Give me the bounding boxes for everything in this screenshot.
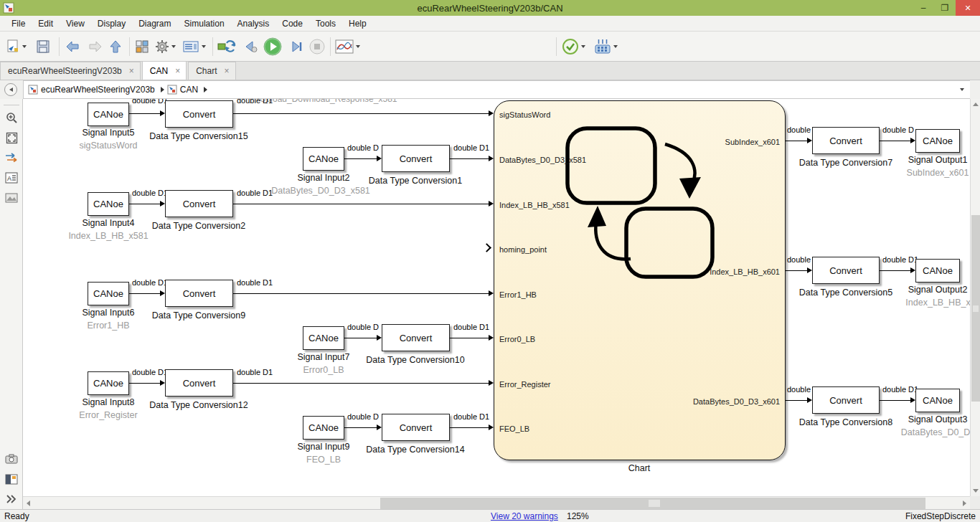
block-name[interactable]: Signal Input9 <box>298 442 350 452</box>
chart-output-port[interactable]: DataBytes_D0_D3_x601 <box>693 397 780 406</box>
zoom-tool-button[interactable] <box>4 110 19 125</box>
warnings-link[interactable]: View 20 warnings <box>491 511 558 521</box>
chart-input-port[interactable]: FEO_LB <box>499 424 529 433</box>
update-diagram-button[interactable] <box>217 37 236 57</box>
run-button[interactable] <box>263 37 283 57</box>
minimize-button[interactable]: – <box>913 0 934 16</box>
model-settings-button[interactable] <box>155 37 176 57</box>
menu-tools[interactable]: Tools <box>310 17 341 30</box>
back-button[interactable] <box>65 37 80 57</box>
block-name[interactable]: Signal Output3 <box>908 414 968 424</box>
model-explorer-caret-icon[interactable] <box>202 45 206 48</box>
wire[interactable] <box>450 338 489 338</box>
wire[interactable] <box>233 383 489 384</box>
block-name[interactable]: Data Type Conversion15 <box>149 131 248 141</box>
menu-display[interactable]: Display <box>92 17 131 30</box>
wire[interactable] <box>344 427 377 428</box>
scroll-down-icon[interactable] <box>973 489 979 493</box>
block-data-type-conversion2[interactable]: Convert <box>165 190 233 217</box>
signal-name[interactable]: Index_LB_HB_x6 <box>905 298 970 308</box>
block-data-type-conversion7[interactable]: Convert <box>812 127 880 154</box>
wire[interactable] <box>880 141 911 141</box>
block-data-type-conversion8[interactable]: Convert <box>812 386 880 414</box>
block-data-type-conversion1[interactable]: Convert <box>382 145 450 172</box>
fit-to-view-button[interactable] <box>4 130 19 145</box>
menu-analysis[interactable]: Analysis <box>232 17 275 30</box>
model-explorer-button[interactable] <box>182 37 206 57</box>
chart-input-port[interactable]: homing_point <box>499 245 547 254</box>
signal-name[interactable]: Index_LB_HB_x581 <box>68 231 148 241</box>
signal-name[interactable]: Error0_LB <box>303 365 344 375</box>
menu-help[interactable]: Help <box>343 17 372 30</box>
wire[interactable] <box>344 338 377 338</box>
block-data-type-conversion14[interactable]: Convert <box>382 414 450 441</box>
library-browser-button[interactable] <box>135 37 149 57</box>
tab-close-icon[interactable]: × <box>129 66 134 76</box>
scroll-right-icon[interactable] <box>963 500 966 506</box>
block-name[interactable]: Data Type Conversion12 <box>149 400 248 410</box>
wire[interactable] <box>129 293 161 294</box>
chart-output-port[interactable]: SubIndex_x601 <box>725 138 780 146</box>
block-signal-input2[interactable]: CANoe <box>303 147 344 171</box>
block-signal-input5[interactable]: CANoe <box>88 103 129 126</box>
chart-input-port[interactable]: Error_Register <box>499 380 551 389</box>
block-signal-input9[interactable]: CANoe <box>303 416 344 440</box>
stop-button[interactable] <box>308 37 326 57</box>
step-back-button[interactable] <box>242 37 258 57</box>
tab-chart[interactable]: Chart × <box>188 62 235 80</box>
menu-diagram[interactable]: Diagram <box>133 17 176 30</box>
viewmark-button[interactable] <box>4 191 19 205</box>
menu-edit[interactable]: Edit <box>32 17 59 30</box>
annotation-button[interactable]: A <box>4 171 19 185</box>
breadcrumb-model[interactable]: ecuRearWheelSteeringV203b <box>41 85 155 95</box>
block-signal-input6[interactable]: CANoe <box>88 282 129 305</box>
wire[interactable] <box>129 383 161 384</box>
block-data-type-conversion12[interactable]: Convert <box>165 369 233 397</box>
block-name[interactable]: Signal Input5 <box>83 128 135 138</box>
bus-name[interactable]: Upload_Download_Response_x581 <box>260 99 397 104</box>
wire[interactable] <box>129 204 161 204</box>
new-model-caret-icon[interactable] <box>22 45 27 48</box>
wire[interactable] <box>344 158 377 159</box>
wire[interactable] <box>880 270 911 271</box>
stateflow-chart-block[interactable]: sigStatusWord DataBytes_D0_D3_x581 Index… <box>494 100 786 460</box>
fast-restart-caret-icon[interactable] <box>613 45 618 48</box>
wire[interactable] <box>786 141 808 141</box>
wire[interactable] <box>880 400 911 401</box>
screenshot-button[interactable] <box>4 452 19 466</box>
wire[interactable] <box>450 427 489 428</box>
chart-input-port[interactable]: Error1_HB <box>499 290 537 299</box>
model-advisor-button[interactable] <box>562 37 585 57</box>
block-data-type-conversion10[interactable]: Convert <box>382 324 450 351</box>
tab-can[interactable]: CAN × <box>142 61 187 80</box>
breadcrumb-back-button[interactable] <box>4 83 17 96</box>
chart-input-port[interactable]: DataBytes_D0_D3_x581 <box>499 156 586 164</box>
breadcrumb-subsystem[interactable]: CAN <box>180 85 198 95</box>
block-name[interactable]: Data Type Conversion2 <box>152 221 245 231</box>
block-name[interactable]: Data Type Conversion14 <box>366 445 464 455</box>
wire[interactable] <box>786 400 808 401</box>
step-forward-button[interactable] <box>288 37 304 57</box>
tab-close-icon[interactable]: × <box>175 66 180 76</box>
signal-name[interactable]: Error_Register <box>79 410 137 420</box>
block-data-type-conversion5[interactable]: Convert <box>812 257 880 284</box>
signal-name[interactable]: sigStatusWord <box>79 141 137 151</box>
signal-name[interactable]: SubIndex_x601 <box>907 168 969 178</box>
wire[interactable] <box>129 113 161 114</box>
wire[interactable] <box>786 270 808 271</box>
block-data-type-conversion15[interactable]: Convert <box>165 100 233 128</box>
block-name[interactable]: Data Type Conversion7 <box>799 158 892 168</box>
wire[interactable] <box>233 204 489 204</box>
scroll-up-icon[interactable] <box>973 103 979 106</box>
forward-button[interactable] <box>88 37 103 57</box>
block-name[interactable]: Signal Input6 <box>83 308 135 318</box>
model-advisor-caret-icon[interactable] <box>581 45 585 48</box>
block-signal-output1[interactable]: CANoe <box>915 129 960 153</box>
block-name[interactable]: Data Type Conversion10 <box>366 355 464 365</box>
block-signal-input8[interactable]: CANoe <box>88 371 129 395</box>
block-name[interactable]: Data Type Conversion8 <box>799 417 892 427</box>
signal-name[interactable]: Error1_HB <box>87 321 129 331</box>
chart-input-port[interactable]: Error0_LB <box>499 335 535 343</box>
block-data-type-conversion9[interactable]: Convert <box>165 280 233 307</box>
block-name[interactable]: Signal Output2 <box>908 285 968 295</box>
